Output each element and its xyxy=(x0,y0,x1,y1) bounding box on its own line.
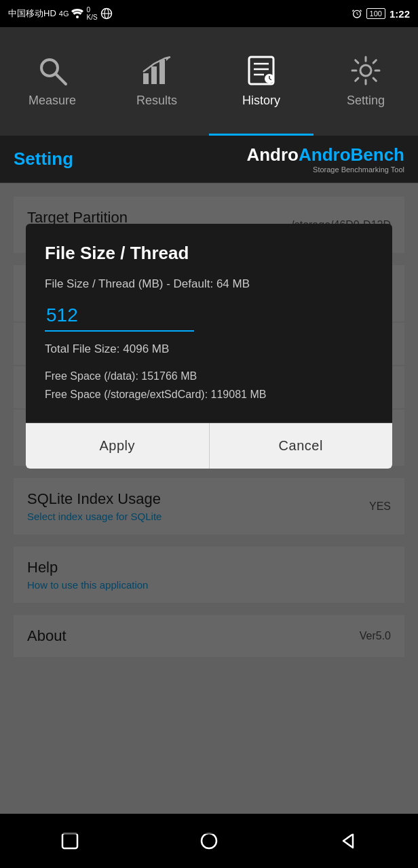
dialog-content: File Size / Thread File Size / Thread (M… xyxy=(26,224,392,422)
svg-point-18 xyxy=(360,65,371,76)
battery-icon: 100 xyxy=(366,8,385,19)
svg-line-6 xyxy=(56,74,66,84)
apply-button[interactable]: Apply xyxy=(26,423,209,469)
alarm-icon xyxy=(352,8,362,19)
dialog-description: File Size / Thread (MB) - Default: 64 MB xyxy=(45,277,373,291)
status-right: 100 1:22 xyxy=(352,8,410,20)
dialog-title: File Size / Thread xyxy=(45,243,373,264)
svg-point-20 xyxy=(202,833,216,848)
tab-setting[interactable]: Setting xyxy=(314,27,418,136)
svg-rect-7 xyxy=(143,73,149,84)
dialog-overlay: File Size / Thread File Size / Thread (M… xyxy=(0,183,418,834)
history-label: History xyxy=(242,94,280,108)
dialog-total-size: Total File Size: 4096 MB xyxy=(45,342,373,356)
results-icon xyxy=(139,53,174,88)
measure-label: Measure xyxy=(28,94,76,108)
app-logo: AndroAndroBench Storage Benchmarking Too… xyxy=(246,144,404,174)
logo-name: AndroAndroBench xyxy=(246,144,404,165)
svg-marker-21 xyxy=(343,834,353,848)
dialog-buttons: Apply Cancel xyxy=(26,422,392,469)
nav-tabs: Measure Results Hi xyxy=(0,27,418,136)
status-left: 中国移动HD 4G 0K/S xyxy=(8,6,113,21)
measure-icon xyxy=(35,53,70,88)
svg-rect-8 xyxy=(151,66,157,84)
freespace-data: Free Space (/data): 151766 MB xyxy=(45,367,373,385)
settings-page: Target Partition Select partition to tes… xyxy=(0,183,418,834)
tab-results[interactable]: Results xyxy=(104,27,209,136)
wifi-icon xyxy=(71,9,83,18)
setting-icon xyxy=(348,53,383,88)
setting-label: Setting xyxy=(347,94,385,108)
svg-rect-9 xyxy=(159,60,165,84)
freespace-storage: Free Space (/storage/extSdCard): 119081 … xyxy=(45,385,373,403)
network-type: 4G xyxy=(59,9,69,18)
tab-history[interactable]: History xyxy=(209,27,314,136)
dialog-freespace: Free Space (/data): 151766 MB Free Space… xyxy=(45,367,373,403)
carrier-text: 中国移动HD xyxy=(8,7,56,20)
header-bar: Setting AndroAndroBench Storage Benchmar… xyxy=(0,136,418,183)
results-label: Results xyxy=(136,94,177,108)
cancel-button[interactable]: Cancel xyxy=(209,423,393,469)
data-speed: 0K/S xyxy=(86,6,97,21)
svg-rect-19 xyxy=(62,833,77,848)
svg-point-0 xyxy=(76,16,79,18)
logo-subtitle: Storage Benchmarking Tool xyxy=(313,165,404,174)
history-icon xyxy=(244,53,279,88)
globe-icon xyxy=(100,7,113,20)
status-bar: 中国移动HD 4G 0K/S 100 1:22 xyxy=(0,0,418,27)
page-title: Setting xyxy=(14,149,73,170)
file-size-dialog: File Size / Thread File Size / Thread (M… xyxy=(26,224,392,469)
file-size-input[interactable] xyxy=(45,302,194,332)
time-display: 1:22 xyxy=(390,8,410,20)
tab-measure[interactable]: Measure xyxy=(0,27,104,136)
